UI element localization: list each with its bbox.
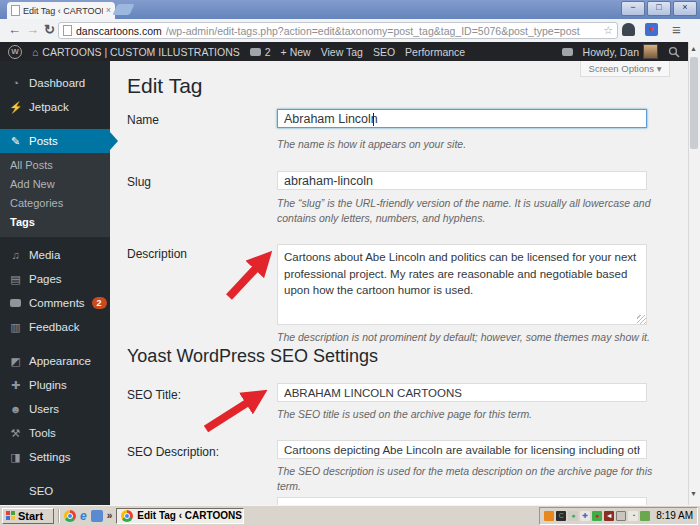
textarea-resize-handle[interactable] — [637, 315, 646, 324]
tray-icon-8[interactable]: ◔ — [628, 511, 638, 521]
sidebar-item-tags[interactable]: Tags — [0, 213, 110, 232]
internet-explorer-icon[interactable]: e — [80, 509, 87, 523]
avatar — [643, 44, 658, 59]
adminbar-seo[interactable]: SEO — [373, 46, 395, 58]
search-icon[interactable] — [668, 46, 680, 58]
tab-title: Edit Tag ‹ CARTOONS | CUS — [23, 6, 103, 16]
chrome-task-icon — [121, 510, 133, 522]
feedback-icon: ▥ — [9, 321, 22, 334]
sidebar-item-pages[interactable]: ▤ Pages — [0, 267, 110, 291]
sidebar-item-jetpack[interactable]: ⚡ Jetpack — [0, 95, 110, 119]
wp-admin-bar: W ⌂ CARTOONS | CUSTOM ILLUSTRATIONS 2 + … — [0, 42, 688, 61]
bookmark-star-icon[interactable]: ☆ — [603, 24, 613, 37]
dashboard-icon: ◔ — [9, 77, 22, 89]
slug-help: The “slug” is the URL-friendly version o… — [277, 196, 667, 225]
url-domain: danscartoons.com — [76, 25, 162, 37]
start-button[interactable]: Start — [2, 508, 54, 524]
sidebar-item-dashboard[interactable]: ◔ Dashboard — [0, 71, 110, 95]
jetpack-icon: ⚡ — [9, 101, 22, 114]
wp-sidebar: ◔ Dashboard ⚡ Jetpack ✎ Posts All Posts … — [0, 61, 110, 505]
taskbar-task-button[interactable]: Edit Tag ‹ CARTOONS ... — [116, 508, 244, 524]
forward-icon[interactable]: → — [26, 22, 39, 37]
adminbar-new-button[interactable]: + New — [281, 46, 311, 58]
sidebar-item-feedback[interactable]: ▥ Feedback — [0, 315, 110, 339]
seo-description-label: SEO Description: — [127, 445, 219, 459]
tray-icon-4[interactable]: ✚ — [580, 511, 590, 521]
restore-button[interactable]: □ — [647, 1, 671, 16]
pages-icon: ▤ — [9, 273, 22, 286]
tab-close-icon[interactable]: × — [106, 6, 111, 15]
adminbar-performance[interactable]: Performance — [405, 46, 465, 58]
wordpress-logo-icon[interactable]: W — [8, 45, 22, 59]
media-icon: ♫ — [9, 249, 22, 261]
url-path: /wp-admin/edit-tags.php?action=edit&taxo… — [166, 25, 599, 37]
adminbar-site-name[interactable]: ⌂ CARTOONS | CUSTOM ILLUSTRATIONS — [32, 46, 240, 58]
close-button[interactable]: × — [673, 1, 697, 16]
sidebar-item-add-new[interactable]: Add New — [0, 175, 110, 194]
browser-menu-icon[interactable]: ≡ — [672, 21, 681, 38]
quicklaunch-app-icon[interactable] — [91, 510, 103, 522]
name-label: Name — [127, 113, 159, 127]
adminbar-view-tag[interactable]: View Tag — [321, 46, 363, 58]
sidebar-item-all-posts[interactable]: All Posts — [0, 156, 110, 175]
comments-count-badge: 2 — [92, 297, 107, 309]
sidebar-item-comments[interactable]: Comments 2 — [0, 291, 110, 315]
window-controls: − □ × — [621, 1, 697, 16]
tray-icon-2[interactable]: C — [556, 511, 566, 521]
sidebar-item-plugins[interactable]: ✚ Plugins — [0, 373, 110, 397]
screen-options-button[interactable]: Screen Options ▾ — [580, 61, 670, 77]
slug-label: Slug — [127, 175, 151, 189]
sidebar-item-settings[interactable]: ◨ Settings — [0, 445, 110, 469]
description-label: Description — [127, 247, 187, 261]
yoast-section-title: Yoast WordPress SEO Settings — [127, 346, 378, 367]
tray-icon-9[interactable] — [640, 511, 650, 521]
settings-icon: ◨ — [9, 451, 22, 464]
url-bar[interactable]: danscartoons.com /wp-admin/edit-tags.php… — [58, 22, 618, 39]
quicklaunch-overflow-icon[interactable]: » — [107, 510, 113, 521]
display-icon[interactable] — [616, 511, 626, 521]
ghostery-extension-icon[interactable] — [622, 23, 635, 36]
sidebar-item-media[interactable]: ♫ Media — [0, 243, 110, 267]
scroll-down-icon[interactable]: ▼ — [690, 490, 697, 497]
seo-description-help: The SEO description is used for the meta… — [277, 464, 667, 493]
back-icon[interactable]: ← — [8, 22, 21, 37]
posts-icon: ✎ — [9, 135, 22, 148]
taskbar: Start e » Edit Tag ‹ CARTOONS ... C ● ✚ … — [0, 505, 700, 525]
name-input[interactable] — [277, 109, 647, 128]
sidebar-item-seo[interactable]: SEO — [0, 479, 110, 503]
browser-tab[interactable]: Edit Tag ‹ CARTOONS | CUS × — [7, 2, 115, 19]
tray-icon-3[interactable]: ● — [568, 511, 578, 521]
comments-icon — [9, 297, 22, 309]
screen: Edit Tag ‹ CARTOONS | CUS × − □ × ← → ↻ … — [0, 0, 700, 525]
sidebar-item-categories[interactable]: Categories — [0, 194, 110, 213]
scrollbar-thumb[interactable] — [690, 57, 698, 149]
volume-icon[interactable]: ◄ — [604, 511, 614, 521]
notification-bubble-icon[interactable] — [562, 48, 573, 56]
sidebar-item-appearance[interactable]: ◩ Appearance — [0, 349, 110, 373]
slug-input[interactable] — [277, 171, 647, 190]
seo-description-input[interactable] — [277, 440, 647, 459]
tray-icon-1[interactable] — [544, 511, 554, 521]
home-icon: ⌂ — [32, 46, 38, 58]
extension-icon[interactable]: ▼ — [645, 23, 658, 36]
description-textarea[interactable]: Cartoons about Abe Lincoln and politics … — [277, 244, 647, 325]
scroll-up-icon[interactable]: ▲ — [690, 45, 697, 52]
reload-icon[interactable]: ↻ — [44, 22, 55, 37]
description-help: The description is not prominent by defa… — [277, 330, 667, 345]
adminbar-comments[interactable]: 2 — [250, 46, 271, 58]
clock: 8:19 AM — [656, 510, 693, 521]
red-arrow-description — [222, 242, 280, 304]
tools-icon: ⚒ — [9, 427, 22, 440]
page-icon — [63, 25, 72, 36]
system-tray: C ● ✚ ● ◄ ◔ 8:19 AM — [539, 507, 698, 525]
minimize-button[interactable]: − — [621, 1, 645, 16]
seo-title-input[interactable] — [277, 383, 647, 402]
windows-flag-icon — [6, 511, 15, 520]
tray-icon-5[interactable]: ● — [592, 511, 602, 521]
sidebar-item-posts[interactable]: ✎ Posts — [0, 129, 110, 153]
users-icon: ☻ — [9, 403, 22, 415]
sidebar-item-users[interactable]: ☻ Users — [0, 397, 110, 421]
adminbar-account[interactable]: Howdy, Dan — [583, 44, 658, 59]
sidebar-item-tools[interactable]: ⚒ Tools — [0, 421, 110, 445]
chrome-quicklaunch-icon[interactable] — [64, 510, 76, 522]
